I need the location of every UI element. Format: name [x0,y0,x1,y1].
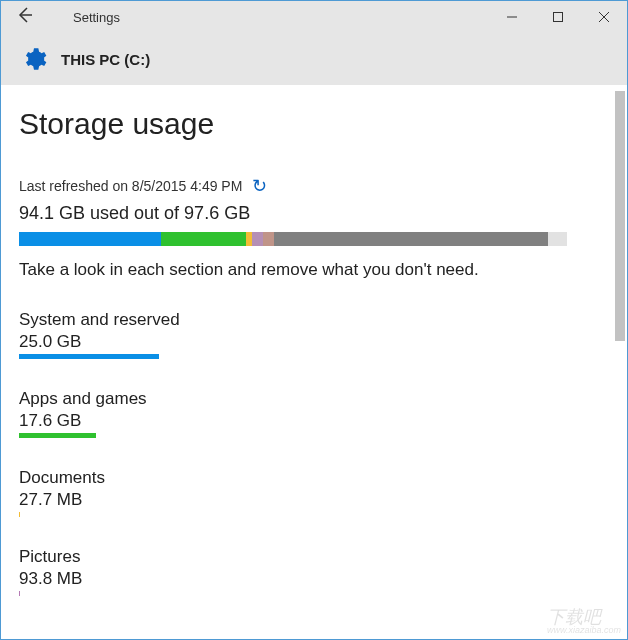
maximize-button[interactable] [535,1,581,32]
usage-bar [19,232,567,246]
category-size: 27.7 MB [19,490,609,510]
back-button[interactable] [1,5,49,30]
refresh-timestamp: Last refreshed on 8/5/2015 4:49 PM [19,178,242,194]
scrollbar-thumb[interactable] [615,91,625,341]
scrollbar[interactable] [615,91,625,611]
storage-category[interactable]: Apps and games17.6 GB [19,389,609,438]
refresh-row: Last refreshed on 8/5/2015 4:49 PM ↻ [19,175,609,197]
app-title: Settings [49,10,120,25]
storage-category[interactable]: Documents27.7 MB [19,468,609,517]
gear-icon [21,46,47,72]
content-area: Storage usage Last refreshed on 8/5/2015… [1,85,627,596]
minimize-button[interactable] [489,1,535,32]
category-size: 17.6 GB [19,411,609,431]
usage-bar-segment [263,232,274,246]
svg-rect-2 [554,12,563,21]
titlebar: Settings [1,1,627,33]
category-bar [19,591,159,596]
category-bar [19,433,159,438]
window-controls [489,1,627,32]
usage-bar-segment [548,232,567,246]
category-name: Documents [19,468,609,488]
close-button[interactable] [581,1,627,32]
category-size: 25.0 GB [19,332,609,352]
page-header: THIS PC (C:) [1,33,627,85]
storage-category[interactable]: Pictures93.8 MB [19,547,609,596]
usage-bar-segment [161,232,246,246]
storage-category[interactable]: System and reserved25.0 GB [19,310,609,359]
usage-bar-segment [274,232,548,246]
usage-bar-segment [19,232,161,246]
instruction-text: Take a look in each section and remove w… [19,260,609,280]
drive-title: THIS PC (C:) [61,51,150,68]
watermark: 下载吧 www.xiazaiba.com [547,608,621,635]
category-size: 93.8 MB [19,569,609,589]
category-name: Apps and games [19,389,609,409]
category-name: System and reserved [19,310,609,330]
refresh-icon[interactable]: ↻ [252,175,267,197]
category-bar [19,512,159,517]
usage-summary: 94.1 GB used out of 97.6 GB [19,203,609,224]
category-bar [19,354,159,359]
page-title: Storage usage [19,107,609,141]
category-name: Pictures [19,547,609,567]
usage-bar-segment [252,232,263,246]
